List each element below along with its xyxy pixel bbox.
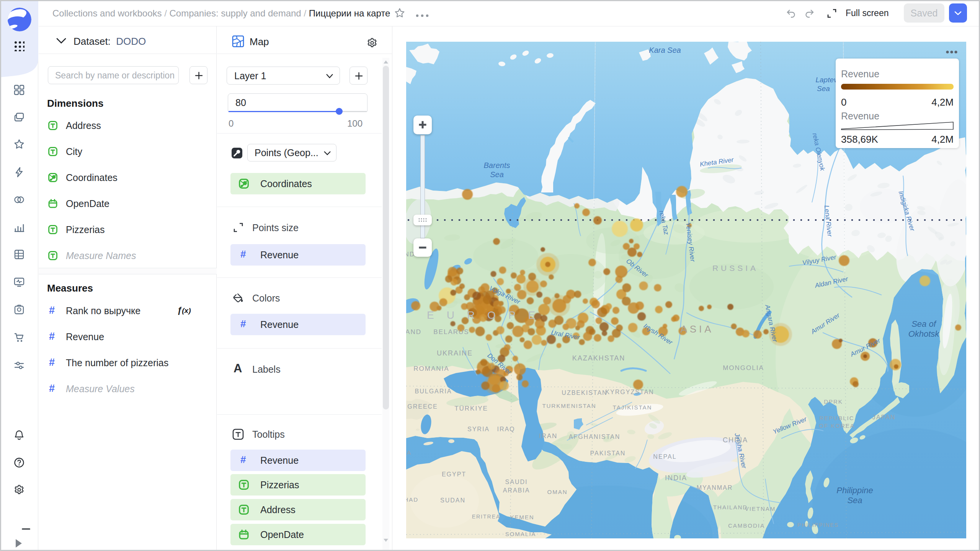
svg-text:ASIA: ASIA [680, 323, 714, 335]
svg-text:IRAN: IRAN [539, 432, 558, 440]
svg-text:Sea: Sea [817, 85, 830, 93]
svg-text:Sea of: Sea of [911, 319, 937, 329]
svg-text:TÜRKIYE: TÜRKIYE [454, 405, 488, 412]
svg-text:YEMEN: YEMEN [510, 514, 534, 520]
svg-text:THAILAND: THAILAND [713, 504, 748, 510]
svg-text:UKRAINE: UKRAINE [437, 349, 473, 357]
svg-text:SYRIA: SYRIA [467, 426, 490, 432]
svg-text:INDIA: INDIA [665, 474, 687, 482]
svg-text:LIBYA: LIBYA [406, 449, 412, 456]
svg-text:REPUBLIC: REPUBLIC [819, 415, 854, 421]
svg-text:EGYPT: EGYPT [442, 471, 466, 478]
svg-text:BULGARIA: BULGARIA [415, 388, 452, 395]
svg-text:PHILIPPINES: PHILIPPINES [797, 522, 839, 528]
svg-text:UZBEKISTAN: UZBEKISTAN [562, 390, 607, 396]
svg-text:Kara Sea: Kara Sea [649, 46, 681, 54]
svg-text:AFGHANISTAN: AFGHANISTAN [569, 434, 621, 440]
svg-text:JAPAN: JAPAN [872, 414, 895, 421]
svg-text:PAKISTAN: PAKISTAN [590, 450, 626, 456]
svg-text:ARABIA: ARABIA [503, 487, 530, 494]
svg-text:SOMALIA: SOMALIA [505, 531, 536, 537]
svg-text:ROMANIA: ROMANIA [413, 365, 449, 372]
svg-text:POLAND: POLAND [406, 328, 421, 336]
svg-text:Sea: Sea [490, 170, 504, 179]
svg-text:TAJIKISTAN: TAJIKISTAN [613, 404, 652, 411]
svg-text:MONGOLIA: MONGOLIA [723, 364, 764, 372]
svg-text:Sea: Sea [847, 496, 862, 505]
svg-text:DPRK: DPRK [824, 398, 843, 405]
svg-text:TURKMENISTAN: TURKMENISTAN [542, 403, 596, 409]
svg-text:MYANMAR: MYANMAR [697, 484, 733, 491]
svg-text:VIETNAM: VIETNAM [745, 505, 776, 512]
svg-text:IRAQ: IRAQ [497, 426, 515, 432]
svg-text:Laptev: Laptev [815, 76, 838, 84]
svg-text:SAUDI: SAUDI [505, 479, 528, 485]
svg-text:CAMBODIA: CAMBODIA [728, 522, 765, 529]
svg-text:EUROPE: EUROPE [427, 309, 548, 321]
svg-text:GREECE: GREECE [407, 403, 438, 410]
svg-text:Okhotsk: Okhotsk [908, 329, 940, 339]
svg-text:BELARUS: BELARUS [433, 328, 469, 336]
svg-text:Philippine: Philippine [836, 486, 873, 495]
svg-text:NEPAL: NEPAL [653, 453, 676, 460]
svg-text:OMAN: OMAN [547, 489, 568, 495]
svg-text:SUDAN: SUDAN [440, 497, 466, 504]
svg-text:CHAD: CHAD [406, 496, 418, 503]
svg-text:RUSSIA: RUSSIA [712, 264, 758, 272]
svg-text:OF KOREA: OF KOREA [819, 422, 855, 429]
svg-text:KAZAKHSTAN: KAZAKHSTAN [572, 354, 626, 362]
svg-text:KYRGYZSTAN: KYRGYZSTAN [605, 389, 654, 395]
svg-text:ERITREA: ERITREA [472, 514, 501, 520]
svg-text:Barents: Barents [484, 161, 510, 170]
